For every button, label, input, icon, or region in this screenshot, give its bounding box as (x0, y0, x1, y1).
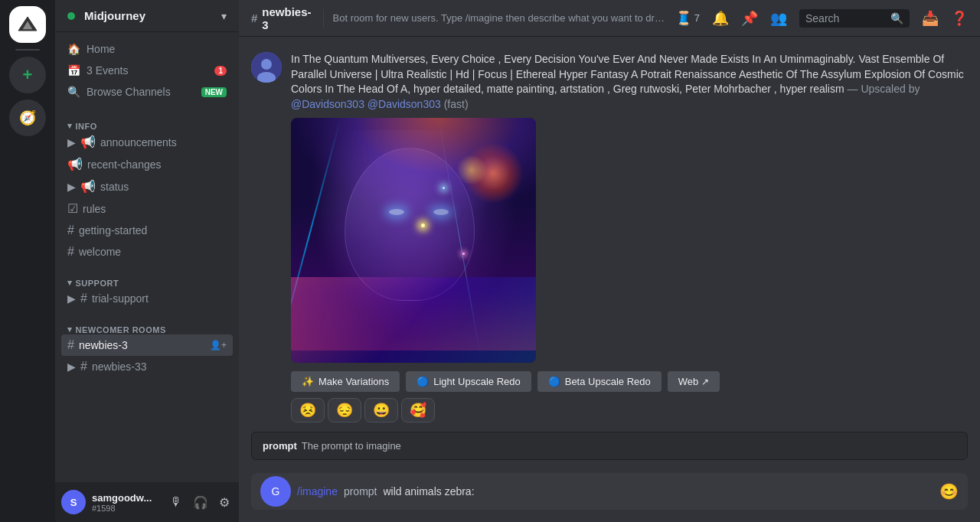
expand-icon: ▶ (67, 136, 76, 148)
input-bar: G /imagine prompt 😊 (251, 473, 968, 510)
channel-welcome[interactable]: # welcome (61, 241, 233, 263)
search-icon: 🔍 (890, 12, 903, 24)
sidebar-header[interactable]: Midjourney ▾ (55, 0, 239, 32)
section-info-label[interactable]: ▾ INFO (61, 121, 233, 131)
input-area: G /imagine prompt 😊 (239, 473, 980, 522)
section-support: ▾ SUPPORT ▶ # trial-support (55, 266, 239, 312)
sidebar-item-events[interactable]: 📅 3 Events 1 (61, 60, 233, 81)
search-input[interactable]: Search (805, 12, 886, 24)
mention[interactable]: @Davidson303 (291, 98, 364, 110)
attachment-icon[interactable]: G (260, 476, 291, 507)
slash-command: /imagine (297, 485, 338, 498)
add-server-button[interactable]: + (9, 57, 46, 93)
add-thread-icon: 👤+ (210, 340, 227, 351)
beta-upscale-icon: 🔵 (548, 376, 560, 387)
reaction-love[interactable]: 🥰 (401, 398, 435, 422)
hash-icon: # (80, 292, 87, 305)
events-icon: 📅 (67, 64, 80, 77)
rules-icon: ☑ (67, 201, 78, 216)
message-avatar (251, 52, 282, 83)
sidebar-item-browse[interactable]: 🔍 Browse Channels NEW (61, 81, 233, 103)
channel-newbies-3[interactable]: # newbies-3 👤+ (61, 334, 233, 356)
microphone-icon[interactable]: 🎙 (167, 492, 185, 513)
server-list: + 🧭 (0, 0, 55, 522)
user-panel: S samgoodw... #1598 🎙 🎧 ⚙ (55, 482, 239, 522)
svg-point-1 (261, 59, 272, 70)
server-divider (15, 49, 40, 51)
header-topic: Bot room for new users. Type /imagine th… (333, 12, 666, 24)
hash-icon: # (67, 245, 74, 259)
section-info: ▾ INFO ▶ 📢 announcements 📢 recent-change… (55, 109, 239, 266)
reaction-angry[interactable]: 😣 (291, 398, 325, 422)
reactions: 😣 😔 😀 🥰 (291, 398, 968, 422)
server-name: Midjourney (84, 9, 145, 22)
channel-trial-support[interactable]: ▶ # trial-support (61, 288, 233, 309)
channel-status[interactable]: ▶ 📢 status (61, 175, 233, 197)
user-avatar: S (61, 490, 86, 514)
user-actions: 🎙 🎧 ⚙ (167, 492, 233, 513)
external-link-icon: ↗ (701, 377, 709, 387)
settings-icon[interactable]: ⚙ (216, 492, 233, 513)
pin-icon[interactable]: 📌 (741, 10, 758, 27)
prompt-tooltip: prompt The prompt to imagine (251, 432, 968, 460)
message: In The Quantum Multiverses, Every Choice… (251, 49, 968, 426)
section-newcomer-label[interactable]: ▾ NEWCOMER ROOMS (61, 325, 233, 334)
announcement-icon: 📢 (80, 135, 96, 149)
sidebar-chevron-icon[interactable]: ▾ (221, 10, 227, 22)
channel-newbies-33[interactable]: ▶ # newbies-33 (61, 356, 233, 377)
discover-servers-button[interactable]: 🧭 (9, 100, 46, 136)
mention-text[interactable]: @Davidson303 (368, 98, 441, 110)
action-buttons: ✨ Make Variations 🔵 Light Upscale Redo 🔵… (291, 371, 968, 392)
light-upscale-icon: 🔵 (416, 376, 429, 387)
header-actions: 🧵 7 🔔 📌 👥 Search 🔍 📥 ❓ (675, 9, 968, 28)
browse-new-badge: NEW (201, 87, 227, 97)
threads-icon[interactable]: 🧵 7 (675, 10, 700, 27)
hash-icon: # (67, 223, 74, 237)
hash-icon: # (80, 360, 87, 374)
events-badge: 1 (214, 66, 227, 76)
section-support-label[interactable]: ▾ SUPPORT (61, 278, 233, 288)
prompt-label: prompt (263, 440, 297, 452)
inbox-icon[interactable]: 📥 (922, 10, 939, 27)
header-divider (323, 9, 324, 28)
message-content: In The Quantum Multiverses, Every Choice… (291, 52, 968, 422)
sidebar-item-home[interactable]: 🏠 Home (61, 38, 233, 60)
sidebar-nav: 🏠 Home 📅 3 Events 1 🔍 Browse Channels NE… (55, 32, 239, 109)
channel-header: # newbies-3 Bot room for new users. Type… (239, 0, 980, 37)
headphone-icon[interactable]: 🎧 (190, 492, 211, 513)
web-button[interactable]: Web ↗ (668, 371, 720, 392)
hash-icon: # (67, 338, 74, 352)
expand-icon: ▶ (67, 361, 76, 373)
notifications-icon[interactable]: 🔔 (712, 10, 729, 27)
server-icon-midjourney[interactable] (9, 6, 46, 43)
light-upscale-redo-button[interactable]: 🔵 Light Upscale Redo (406, 371, 531, 392)
username: samgoodw... (92, 492, 161, 504)
section-newcomer: ▾ NEWCOMER ROOMS # newbies-3 👤+ ▶ # newb… (55, 312, 239, 380)
reaction-sad[interactable]: 😔 (328, 398, 361, 422)
sparkle-icon: ✨ (302, 376, 314, 387)
reaction-happy[interactable]: 😀 (364, 398, 398, 422)
message-text: In The Quantum Multiverses, Every Choice… (291, 52, 968, 112)
home-icon: 🏠 (67, 43, 80, 55)
channel-getting-started[interactable]: # getting-started (61, 220, 233, 241)
beta-upscale-redo-button[interactable]: 🔵 Beta Upscale Redo (537, 371, 662, 392)
make-variations-button[interactable]: ✨ Make Variations (291, 371, 400, 392)
channel-announcements[interactable]: ▶ 📢 announcements (61, 131, 233, 153)
messages-area: In The Quantum Multiverses, Every Choice… (239, 37, 980, 473)
announcement-icon: 📢 (80, 179, 96, 194)
user-info: samgoodw... #1598 (92, 492, 161, 513)
channel-recent-changes[interactable]: 📢 recent-changes (61, 153, 233, 175)
input-prompt-label: prompt (344, 485, 377, 498)
header-channel-name: # newbies-3 (251, 5, 314, 31)
sidebar: Midjourney ▾ 🏠 Home 📅 3 Events 1 🔍 Brows… (55, 0, 239, 522)
main-content: # newbies-3 Bot room for new users. Type… (239, 0, 980, 522)
user-tag: #1598 (92, 504, 161, 513)
members-icon[interactable]: 👥 (770, 10, 787, 27)
emoji-icon[interactable]: 😊 (939, 482, 959, 501)
prompt-description: The prompt to imagine (302, 440, 401, 452)
chat-input[interactable] (384, 485, 934, 498)
ai-image-container[interactable] (291, 118, 536, 363)
channel-rules[interactable]: ☑ rules (61, 197, 233, 220)
search-bar[interactable]: Search 🔍 (799, 9, 910, 28)
help-icon[interactable]: ❓ (951, 10, 968, 27)
